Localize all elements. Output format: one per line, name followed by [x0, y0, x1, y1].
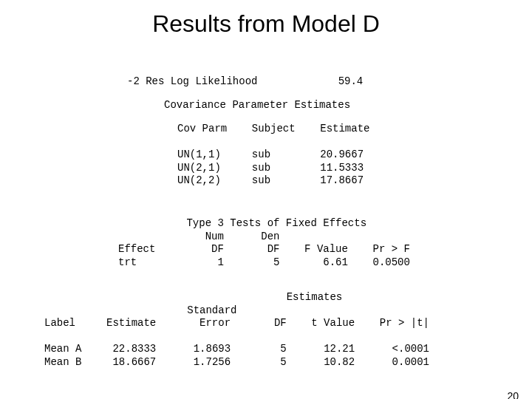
- type3-table: Type 3 Tests of Fixed Effects Num Den Ef…: [118, 217, 410, 269]
- type3-title: Type 3 Tests of Fixed Effects: [186, 217, 366, 229]
- est-value: 18.6667: [112, 356, 156, 368]
- page-number: 20: [507, 390, 519, 399]
- cov-cell: 11.5333: [320, 162, 364, 174]
- est-value: 22.8333: [112, 343, 156, 355]
- type3-df1: 1: [217, 256, 223, 268]
- cov-cell: UN(1,1): [177, 149, 221, 160]
- cov-cell: 17.8667: [320, 174, 364, 186]
- cov-cell: UN(2,1): [177, 162, 221, 174]
- cov-table: Cov Parm Subject Estimate UN(1,1) sub 20…: [177, 123, 369, 188]
- est-hdr-df: DF: [274, 317, 287, 329]
- type3-hdr-num: Num: [205, 231, 224, 242]
- est-hdr-estimate: Estimate: [106, 317, 156, 329]
- est-t: 12.21: [324, 343, 355, 355]
- page-title: Results from Model D: [0, 10, 532, 38]
- est-hdr-p: Pr > |t|: [380, 317, 429, 329]
- type3-hdr-df1: DF: [211, 243, 224, 255]
- cov-hdr-parm: Cov Parm: [177, 123, 227, 134]
- type3-f: 6.61: [323, 256, 348, 268]
- est-p: 0.0001: [392, 356, 429, 368]
- est-hdr-label: Label: [44, 317, 75, 329]
- est-t: 10.82: [324, 356, 355, 368]
- est-stderr: 1.8693: [194, 343, 231, 355]
- est-hdr-t: t Value: [311, 317, 355, 329]
- cov-cell: UN(2,2): [177, 174, 221, 186]
- est-label: Mean B: [44, 356, 81, 368]
- type3-df2: 5: [273, 256, 279, 268]
- est-hdr-error: Error: [200, 317, 231, 329]
- type3-effect: trt: [118, 256, 137, 268]
- loglik-value: 59.4: [338, 75, 364, 87]
- est-df: 5: [280, 343, 286, 355]
- loglik-label: -2 Res Log Likelihood: [127, 75, 257, 87]
- type3-hdr-f: F Value: [304, 243, 348, 255]
- estimates-table: Estimates Standard Label Estimate Error …: [44, 291, 429, 369]
- type3-p: 0.0500: [373, 256, 410, 268]
- cov-cell: 20.9667: [320, 149, 364, 160]
- cov-hdr-subject: Subject: [252, 123, 296, 134]
- est-stderr: 1.7256: [194, 356, 231, 368]
- cov-cell: sub: [252, 149, 270, 160]
- cov-title: Covariance Parameter Estimates: [164, 99, 350, 112]
- est-label: Mean A: [44, 343, 81, 355]
- loglik-line: -2 Res Log Likelihood 59.4: [127, 75, 363, 89]
- type3-hdr-p: Pr > F: [373, 243, 410, 255]
- est-hdr-standard: Standard: [187, 304, 236, 316]
- type3-hdr-effect: Effect: [118, 243, 155, 255]
- est-p: <.0001: [392, 343, 429, 355]
- type3-hdr-df2: DF: [267, 243, 280, 255]
- estimates-title: Estimates: [287, 291, 343, 303]
- cov-cell: sub: [252, 162, 270, 174]
- est-df: 5: [280, 356, 286, 368]
- cov-cell: sub: [252, 174, 270, 186]
- type3-hdr-den: Den: [261, 231, 279, 242]
- cov-hdr-estimate: Estimate: [320, 123, 369, 134]
